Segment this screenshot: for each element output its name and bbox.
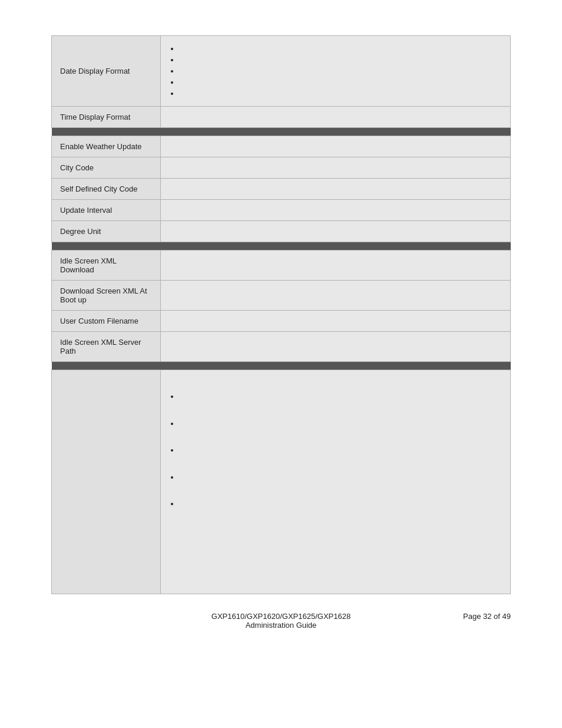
header-cell — [52, 242, 511, 251]
list-item — [180, 44, 502, 53]
page-wrapper: Date Display Format Time Display Format — [0, 0, 562, 728]
row-value-degree-unit — [161, 221, 511, 242]
table-row: Degree Unit — [52, 221, 511, 242]
row-value-last — [161, 370, 511, 594]
list-item — [180, 55, 502, 64]
footer-center: GXP1610/GXP1620/GXP1625/GXP1628 Administ… — [204, 612, 358, 630]
list-item — [180, 411, 502, 436]
settings-table: Date Display Format Time Display Format — [51, 35, 511, 594]
row-value-self-defined-city — [161, 179, 511, 200]
table-row: Self Defined City Code — [52, 179, 511, 200]
table-row: Time Display Format — [52, 107, 511, 128]
table-container: Date Display Format Time Display Format — [51, 35, 511, 594]
table-row: Idle Screen XML Download — [52, 251, 511, 281]
list-item — [180, 492, 502, 516]
row-label-degree-unit: Degree Unit — [52, 221, 161, 242]
table-row: User Custom Filename — [52, 311, 511, 332]
section-header — [52, 362, 511, 370]
row-value-city-code — [161, 157, 511, 179]
table-row: Enable Weather Update — [52, 136, 511, 157]
footer-page: Page 32 of 49 — [358, 612, 511, 621]
table-row: Update Interval — [52, 200, 511, 221]
footer-subtitle: Administration Guide — [204, 621, 358, 630]
row-value-time-display — [161, 107, 511, 128]
list-item — [180, 89, 502, 98]
bullet-list — [169, 44, 502, 98]
table-row: Date Display Format — [52, 36, 511, 107]
header-cell — [52, 128, 511, 136]
row-label-time-display: Time Display Format — [52, 107, 161, 128]
row-value-update-interval — [161, 200, 511, 221]
table-row: City Code — [52, 157, 511, 179]
table-row: Download Screen XML At Boot up — [52, 281, 511, 311]
row-label-idle-screen-xml: Idle Screen XML Download — [52, 251, 161, 281]
list-item — [180, 78, 502, 87]
section-header — [52, 128, 511, 136]
row-label-enable-weather: Enable Weather Update — [52, 136, 161, 157]
list-item — [180, 384, 502, 409]
row-label-idle-screen-xml-server: Idle Screen XML Server Path — [52, 332, 161, 362]
list-item — [180, 465, 502, 490]
row-value-user-custom-filename — [161, 311, 511, 332]
footer-title: GXP1610/GXP1620/GXP1625/GXP1628 — [204, 612, 358, 621]
row-value-download-screen-xml — [161, 281, 511, 311]
table-row: Idle Screen XML Server Path — [52, 332, 511, 362]
row-label-user-custom-filename: User Custom Filename — [52, 311, 161, 332]
row-value-idle-screen-xml — [161, 251, 511, 281]
row-value-date-display — [161, 36, 511, 107]
row-label-date-display: Date Display Format — [52, 36, 161, 107]
list-item — [180, 67, 502, 75]
row-label-download-screen-xml: Download Screen XML At Boot up — [52, 281, 161, 311]
row-label-last — [52, 370, 161, 594]
row-label-update-interval: Update Interval — [52, 200, 161, 221]
row-label-self-defined-city: Self Defined City Code — [52, 179, 161, 200]
bullet-list-last — [169, 384, 502, 516]
row-value-idle-screen-xml-server — [161, 332, 511, 362]
table-row — [52, 370, 511, 594]
row-label-city-code: City Code — [52, 157, 161, 179]
section-header — [52, 242, 511, 251]
footer: GXP1610/GXP1620/GXP1625/GXP1628 Administ… — [51, 612, 511, 630]
header-cell — [52, 362, 511, 370]
row-value-enable-weather — [161, 136, 511, 157]
list-item — [180, 438, 502, 463]
